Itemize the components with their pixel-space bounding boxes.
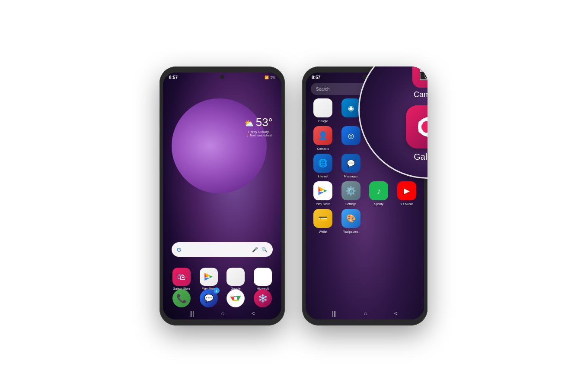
app-phone[interactable]: 📞 xyxy=(172,289,191,307)
svg-point-10 xyxy=(418,121,423,125)
chrome-icon xyxy=(227,289,245,307)
svg-point-2 xyxy=(234,297,237,300)
grid-settings[interactable]: ⚙️ Settings xyxy=(338,181,364,205)
grid-yt-music[interactable]: ▶ YT Music xyxy=(394,181,420,205)
nav-recent-phone1[interactable]: ||| xyxy=(189,310,194,317)
weather-temp: 53° xyxy=(256,116,273,129)
weather-desc: Partly Cloudy xyxy=(244,130,273,134)
nav-recent-phone2[interactable]: ||| xyxy=(332,310,337,317)
messages-badge: 2 xyxy=(214,288,220,294)
quick-apps-phone1: 📞 💬 2 xyxy=(168,289,276,307)
weather-icon: ⛅ xyxy=(244,119,254,128)
nav-back-phone2[interactable]: < xyxy=(394,310,398,317)
grid-wallet-icon: 💳 xyxy=(313,209,332,228)
grid-yt-music-label: YT Music xyxy=(400,202,413,205)
google-search-bar[interactable]: G 🎤 🔍 xyxy=(172,242,273,257)
status-time-phone1: 8:57 xyxy=(169,75,178,80)
grid-spotify-label: Spotify xyxy=(374,202,383,205)
mag-camera-app-icon: 📷 xyxy=(412,66,427,88)
nav-bar-phone2: ||| ○ < xyxy=(306,310,424,317)
phone-1: 8:57 📶 5% ⛅ 53° Partly Cloudy 📍 Northumb… xyxy=(160,66,285,326)
grid-play-store-icon xyxy=(313,181,332,200)
app-search-placeholder: Search xyxy=(316,87,330,92)
phone-icon: 📞 xyxy=(172,289,191,307)
google-g-logo: G xyxy=(177,247,181,253)
grid-contacts-icon: 👤 xyxy=(313,126,332,145)
google-icon xyxy=(227,268,245,286)
grid-internet-icon: 🌐 xyxy=(313,154,332,173)
app-chrome[interactable] xyxy=(227,289,245,307)
grid-play-store-label: Play Store xyxy=(316,202,330,205)
grid-google-label: Google xyxy=(318,120,328,123)
app-microsoft[interactable]: Microsoft xyxy=(254,268,272,290)
signal-icon: 📶 xyxy=(265,76,269,79)
grid-unknown[interactable]: ◎ xyxy=(338,126,364,150)
grid-spotify[interactable]: ♪ Spotify xyxy=(366,181,392,205)
grid-internet-label: Internet xyxy=(318,175,328,178)
grid-internet[interactable]: 🌐 Internet xyxy=(310,154,336,178)
mag-gallery-app-icon xyxy=(406,105,427,149)
app-dock-phone1: 🛍 Galaxy Store Play Store xyxy=(168,268,276,290)
mag-gallery-label: Gallery xyxy=(414,152,427,162)
grid-messages3-icon: 💬 xyxy=(341,154,360,173)
svg-point-9 xyxy=(418,129,423,133)
grid-unknown-icon: ◎ xyxy=(341,126,360,145)
purple-circle-decoration xyxy=(172,98,267,193)
grid-wallet[interactable]: 💳 Wallet xyxy=(310,209,336,233)
grid-spotify-icon: ♪ xyxy=(369,181,388,200)
grid-google-icon xyxy=(313,98,332,117)
battery-text: 5% xyxy=(270,76,275,79)
lens-icon[interactable]: 🔍 xyxy=(262,247,268,253)
status-icons-phone1: 📶 5% xyxy=(265,76,275,79)
grid-messages3-label: Messages xyxy=(344,175,358,178)
nav-back-phone1[interactable]: < xyxy=(252,310,255,317)
camera-dock-icon: ❄️ xyxy=(254,289,272,307)
weather-widget: ⛅ 53° Partly Cloudy 📍 Northumberland xyxy=(244,116,273,137)
app-google[interactable]: Google xyxy=(227,268,245,290)
nav-home-phone2[interactable]: ○ xyxy=(364,310,367,317)
galaxy-store-icon: 🛍 xyxy=(172,268,191,286)
grid-wallet-label: Wallet xyxy=(319,230,327,233)
grid-messages3[interactable]: 💬 Messages xyxy=(338,154,364,178)
grid-play-store[interactable]: Play Store xyxy=(310,181,336,205)
nav-home-phone1[interactable]: ○ xyxy=(221,310,224,317)
status-bar-phone1: 8:57 📶 5% xyxy=(163,73,281,82)
app-galaxy-store[interactable]: 🛍 Galaxy Store xyxy=(172,268,191,290)
grid-google[interactable]: Google xyxy=(310,98,336,123)
play-store-icon xyxy=(200,268,218,286)
grid-settings-icon: ⚙️ xyxy=(341,181,360,200)
grid-yt-music-icon: ▶ xyxy=(397,181,416,200)
messages-icon: 💬 2 xyxy=(200,289,218,307)
grid-settings-label: Settings xyxy=(345,202,356,205)
nav-bar-phone1: ||| ○ < xyxy=(163,310,281,317)
phone-2: 8:57 📷 📶 🔵 Search xyxy=(302,66,427,326)
search-bar-icons: 🎤 🔍 xyxy=(252,247,268,253)
app-messages[interactable]: 💬 2 xyxy=(200,289,218,307)
app-play-store[interactable]: Play Store xyxy=(200,268,218,290)
grid-contacts-label: Contacts xyxy=(317,147,329,150)
microsoft-icon xyxy=(254,268,272,286)
grid-wallpapers[interactable]: 🎨 Wallpapers xyxy=(338,209,364,233)
status-time-phone2: 8:57 xyxy=(312,75,320,80)
grid-wallpapers-label: Wallpapers xyxy=(343,230,358,233)
mag-camera-label: Camera xyxy=(414,90,427,99)
phones-container: 8:57 📶 5% ⛅ 53° Partly Cloudy 📍 Northumb… xyxy=(160,66,427,326)
grid-contacts[interactable]: 👤 Contacts xyxy=(310,126,336,150)
app-camera-dock[interactable]: ❄️ xyxy=(254,289,272,307)
grid-messages2-icon: ◉ xyxy=(341,98,360,117)
mag-gallery-container: Gallery xyxy=(406,105,427,162)
grid-wallpapers-icon: 🎨 xyxy=(341,209,360,228)
weather-location: 📍 Northumberland xyxy=(244,134,273,137)
mic-icon[interactable]: 🎤 xyxy=(252,247,258,253)
